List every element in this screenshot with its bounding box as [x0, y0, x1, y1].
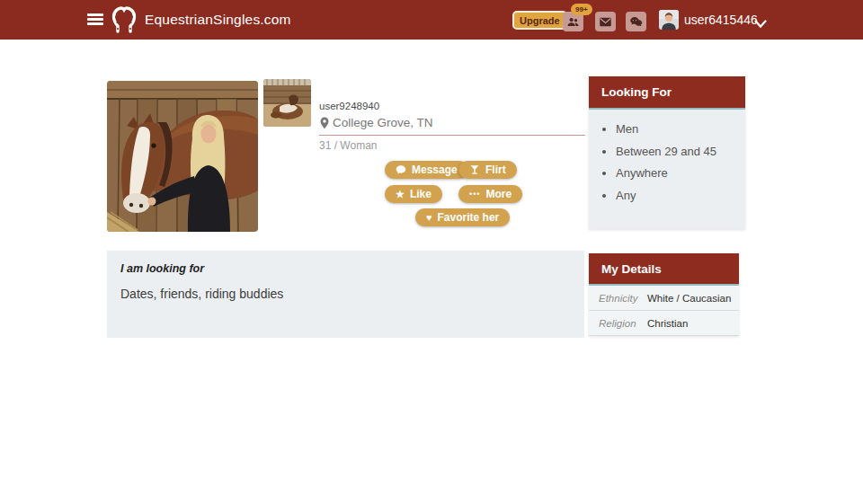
my-details-panel: My Details Ethnicity White / Caucasian R… [589, 253, 739, 336]
about-section: I am looking for Dates, friends, riding … [107, 251, 584, 338]
brand-title[interactable]: EquestrianSingles.com [145, 0, 291, 40]
profile-location: College Grove, TN [333, 116, 433, 129]
about-title: I am looking for [120, 262, 571, 275]
list-item: Any [616, 189, 736, 202]
detail-value: White / Caucasian [647, 293, 731, 304]
speech-bubble-icon [396, 164, 406, 175]
info-divider [319, 135, 585, 136]
mail-icon[interactable] [595, 12, 616, 31]
list-item: Between 29 and 45 [616, 145, 736, 158]
top-navbar: EquestrianSingles.com Upgrade 99+ [0, 0, 863, 40]
matches-count-badge: 99+ [571, 4, 592, 15]
looking-for-list: Men Between 29 and 45 Anywhere Any [600, 122, 736, 202]
like-button[interactable]: ★ Like [385, 185, 442, 203]
upgrade-button[interactable]: Upgrade [512, 11, 567, 30]
chat-icon[interactable] [626, 12, 646, 31]
looking-for-panel: Looking For Men Between 29 and 45 Anywhe… [589, 76, 745, 229]
profile-info: user9248940 College Grove, TN 31 / Woman [319, 101, 585, 152]
user-avatar[interactable] [659, 10, 679, 30]
table-row: Ethnicity White / Caucasian [589, 286, 739, 311]
message-button[interactable]: Message [385, 161, 468, 179]
detail-value: Christian [647, 318, 688, 329]
list-item: Men [616, 122, 736, 136]
profile-main-photo[interactable] [107, 81, 258, 232]
my-details-title: My Details [589, 253, 739, 286]
location-pin-icon [319, 117, 330, 129]
favorite-button[interactable]: ♥ Favorite her [415, 208, 510, 226]
martini-glass-icon [469, 164, 480, 175]
flirt-button[interactable]: Flirt [458, 161, 517, 179]
profile-age-gender: 31 / Woman [319, 139, 585, 152]
horseshoe-logo-icon[interactable] [110, 5, 138, 34]
profile-username: user9248940 [319, 101, 585, 111]
header-username[interactable]: user6415446 [684, 0, 758, 40]
more-button[interactable]: ••• More [458, 185, 522, 203]
ellipsis-icon: ••• [469, 190, 480, 199]
list-item: Anywhere [616, 166, 736, 180]
detail-label: Ethnicity [589, 293, 647, 304]
profile-thumbnail-photo[interactable] [263, 79, 311, 127]
chevron-down-icon[interactable] [754, 16, 767, 25]
detail-label: Religion [589, 318, 647, 329]
star-icon: ★ [396, 190, 405, 199]
hamburger-menu-icon[interactable] [87, 13, 103, 25]
heart-icon: ♥ [426, 213, 432, 223]
about-text: Dates, friends, riding buddies [120, 287, 571, 301]
page: EquestrianSingles.com Upgrade 99+ [0, 0, 863, 504]
table-row: Religion Christian [589, 311, 739, 336]
looking-for-title: Looking For [589, 76, 745, 110]
